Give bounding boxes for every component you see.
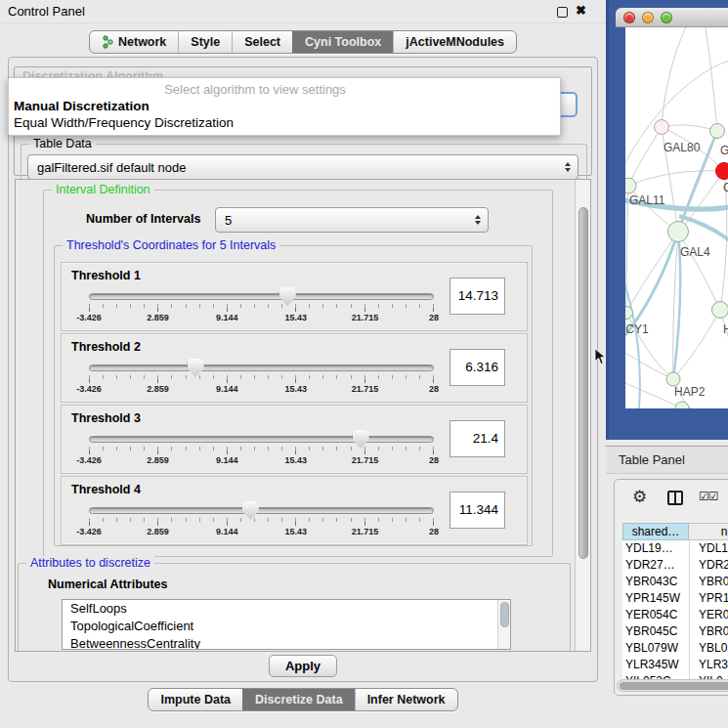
cell-name: YDR2 xyxy=(699,557,728,574)
attribute-list-item[interactable]: BetweennessCentrality xyxy=(63,635,510,650)
cell-name: YDL1 xyxy=(699,540,728,557)
gear-icon[interactable]: ⚙ xyxy=(632,488,647,507)
table-row[interactable]: YLR345WYLR3 xyxy=(622,657,728,673)
slider-ticks xyxy=(89,304,434,312)
slider-ticks xyxy=(89,447,434,454)
network-edges-highlighted xyxy=(625,131,728,408)
combo-stepper-icon xyxy=(565,162,571,172)
cell-shared-name: YBR043C xyxy=(625,574,686,590)
threshold-row: Threshold 2-3.4262.8599.14415.4321.71528… xyxy=(61,333,528,403)
bottom-tab-bar: Impute Data Discretize Data Infer Networ… xyxy=(0,688,606,711)
network-node-label: GCY1 xyxy=(625,322,649,336)
threshold-value-input[interactable]: 14.713 xyxy=(450,278,505,315)
slider-tick-labels: -3.4262.8599.14415.4321.71528 xyxy=(89,527,434,538)
network-node-label: G xyxy=(720,144,728,157)
network-node-gal80 xyxy=(655,120,669,135)
tab-select[interactable]: Select xyxy=(232,31,292,53)
top-tab-bar: Network Style Select Cyni Toolbox jActiv… xyxy=(0,30,606,54)
interval-definition-title: Interval Definition xyxy=(52,183,154,196)
algorithm-option-manual[interactable]: Manual Discretization xyxy=(9,98,560,114)
interval-definition-group: Interval Definition Number of Intervals … xyxy=(43,190,553,557)
attribute-list-item[interactable]: TopologicalCoefficient xyxy=(63,618,510,635)
tick-label: -3.426 xyxy=(76,455,102,465)
vertical-scrollbar[interactable] xyxy=(575,180,591,652)
network-window-titlebar[interactable] xyxy=(616,8,728,27)
tab-impute-data[interactable]: Impute Data xyxy=(149,689,242,710)
vertical-scrollbar-thumb[interactable] xyxy=(578,207,588,559)
column-header-name[interactable]: na xyxy=(689,523,728,540)
network-node-hap2 xyxy=(666,372,680,386)
tick-label: 15.43 xyxy=(285,313,308,322)
tab-jactivemnodules[interactable]: jActiveMNodules xyxy=(393,31,516,53)
numerical-attributes-list[interactable]: SelfLoopsTopologicalCoefficientBetweenne… xyxy=(62,599,511,650)
slider-track[interactable] xyxy=(89,364,434,371)
network-node xyxy=(710,124,725,139)
slider-tick-labels: -3.4262.8599.14415.4321.71528 xyxy=(89,455,434,467)
tick-label: 2.859 xyxy=(147,384,169,394)
table-row[interactable]: YBR043CYBR0 xyxy=(622,574,728,590)
threshold-value-input[interactable]: 11.344 xyxy=(450,492,505,529)
tab-discretize-data[interactable]: Discretize Data xyxy=(242,689,355,710)
tick-label: 2.859 xyxy=(147,455,169,465)
threshold-slider[interactable]: -3.4262.8599.14415.4321.71528 xyxy=(89,429,434,470)
network-canvas[interactable]: GAL80GCGAL11GAL4GCY1HHAP2 xyxy=(625,27,728,408)
numerical-attributes-label: Numerical Attributes xyxy=(48,578,167,591)
network-nodes[interactable] xyxy=(625,120,728,409)
table-row[interactable]: YER054CYER0 xyxy=(622,607,728,623)
zoom-traffic-light[interactable] xyxy=(661,12,672,23)
algorithm-option-equal-width[interactable]: Equal Width/Frequency Discretization xyxy=(9,114,560,131)
apply-button[interactable]: Apply xyxy=(269,655,337,677)
tab-cyni-toolbox[interactable]: Cyni Toolbox xyxy=(292,31,393,53)
attributes-group: Attributes to discretize Numerical Attri… xyxy=(18,563,571,652)
cell-name: YBR0 xyxy=(699,574,728,590)
close-icon[interactable]: ✖ xyxy=(576,3,586,18)
slider-track[interactable] xyxy=(89,436,434,443)
horizontal-scrollbar[interactable] xyxy=(617,679,728,692)
tick-label: 9.144 xyxy=(216,384,238,394)
threshold-row: Threshold 4-3.4262.8599.14415.4321.71528… xyxy=(61,476,528,545)
threshold-value-input[interactable]: 21.4 xyxy=(450,420,505,457)
slider-ticks xyxy=(89,375,434,383)
slider-track[interactable] xyxy=(89,507,434,514)
table-row[interactable]: YDR27…YDR2 xyxy=(622,557,728,574)
threshold-slider[interactable]: -3.4262.8599.14415.4321.71528 xyxy=(89,358,434,399)
settings-scroll-area: Interval Definition Number of Intervals … xyxy=(15,179,591,652)
tick-label: 28 xyxy=(429,527,439,536)
column-divider xyxy=(689,540,690,679)
attribute-list-item[interactable]: SelfLoops xyxy=(63,600,510,618)
mouse-cursor xyxy=(594,348,606,365)
network-view-frame: GAL80GCGAL11GAL4GCY1HHAP2 xyxy=(606,0,728,440)
tick-label: 21.715 xyxy=(352,384,379,394)
table-row[interactable]: YDL19…YDL1 xyxy=(622,540,728,557)
table-row[interactable]: YBR045CYBR0 xyxy=(622,623,728,640)
network-node-label: GAL4 xyxy=(680,245,710,259)
threshold-slider[interactable]: -3.4262.8599.14415.4321.71528 xyxy=(89,286,434,327)
number-of-intervals-value: 5 xyxy=(225,213,232,228)
tab-network[interactable]: Network xyxy=(90,31,178,53)
number-of-intervals-combobox[interactable]: 5 xyxy=(215,207,489,233)
close-traffic-light[interactable] xyxy=(623,12,635,23)
horizontal-scrollbar-thumb[interactable] xyxy=(620,682,728,690)
list-scrollbar[interactable] xyxy=(497,600,510,650)
algorithm-dropdown-popup: Select algorithm to view settings Manual… xyxy=(8,77,561,136)
table-row[interactable]: YBL079WYBL0 xyxy=(622,640,728,657)
threshold-value-input[interactable]: 6.316 xyxy=(450,349,505,386)
minimize-traffic-light[interactable] xyxy=(642,12,654,23)
network-graph: GAL80GCGAL11GAL4GCY1HHAP2 xyxy=(625,27,728,408)
control-panel-titlebar: Control Panel ✖ xyxy=(0,0,606,23)
float-window-icon[interactable] xyxy=(557,7,568,18)
column-header-shared-name[interactable]: shared… xyxy=(622,523,689,540)
algorithm-hint-item[interactable]: Select algorithm to view settings xyxy=(9,81,560,98)
select-columns-icon[interactable]: ☑☑ xyxy=(699,490,718,503)
tab-infer-network[interactable]: Infer Network xyxy=(355,689,457,710)
network-node-label: HAP2 xyxy=(674,385,706,399)
table-data-combobox[interactable]: galFiltered.sif default node xyxy=(27,154,578,180)
split-columns-icon[interactable] xyxy=(667,491,683,505)
slider-track[interactable] xyxy=(89,293,434,300)
tab-style[interactable]: Style xyxy=(178,31,232,53)
table-row[interactable]: YPR145WYPR1 xyxy=(622,590,728,607)
network-node-gal4 xyxy=(668,222,689,242)
list-scrollbar-thumb[interactable] xyxy=(500,602,509,627)
threshold-slider[interactable]: -3.4262.8599.14415.4321.71528 xyxy=(89,500,434,541)
slider-ticks xyxy=(89,518,434,526)
